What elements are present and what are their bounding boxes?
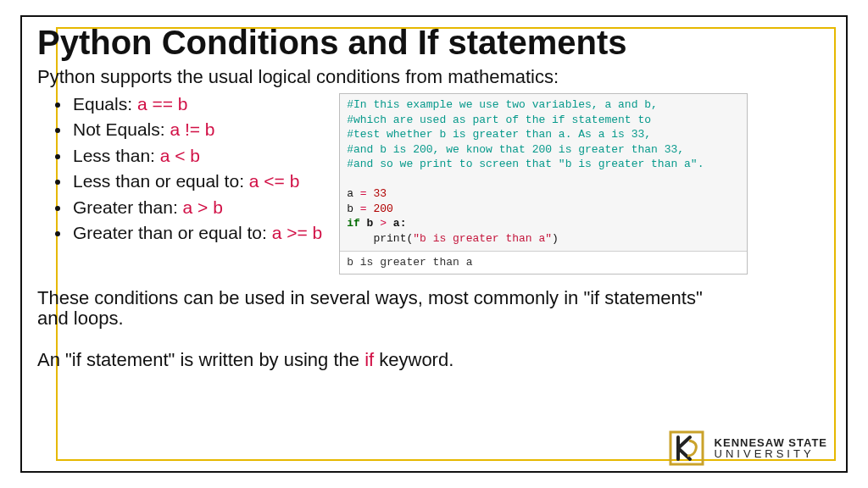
slide-content: Python Conditions and If statements Pyth… — [37, 24, 831, 464]
list-item: Greater than: a > b — [71, 195, 322, 220]
list-item: Less than: a < b — [71, 143, 322, 169]
university-logo: KENNESAW STATE UNIVERSITY — [667, 429, 827, 468]
code-keyword: if — [347, 217, 360, 230]
para2-part-b: keyword. — [374, 349, 453, 370]
list-item: Greater than or equal to: a >= b — [71, 220, 322, 246]
code-string: "b is greater than a" — [413, 232, 552, 245]
code-num: 33 — [373, 187, 387, 200]
code-indent — [347, 232, 373, 245]
bullet-label: Equals: — [73, 94, 137, 114]
logo-mark-icon — [667, 429, 706, 468]
paragraph-1: These conditions can be used in several … — [37, 288, 732, 329]
bullet-label: Greater than or equal to: — [73, 223, 272, 242]
intro-text: Python supports the usual logical condit… — [37, 66, 831, 88]
bullet-label: Less than or equal to: — [73, 171, 249, 191]
list-item: Equals: a == b — [71, 92, 322, 117]
code-var: a — [347, 187, 353, 200]
slide-title: Python Conditions and If statements — [37, 24, 831, 61]
code-paren: ) — [552, 232, 559, 245]
bullet-code: a == b — [137, 94, 188, 114]
code-example: #In this example we use two variables, a… — [339, 93, 748, 274]
if-keyword-highlight: if — [364, 349, 374, 370]
logo-text: KENNESAW STATE UNIVERSITY — [715, 437, 827, 459]
list-item: Not Equals: a != b — [71, 117, 322, 142]
bullet-code: a > b — [183, 197, 223, 217]
conditions-list: Equals: a == b Not Equals: a != b Less t… — [37, 92, 322, 247]
code-op: = — [353, 202, 373, 215]
code-op: = — [353, 187, 373, 200]
bullet-code: a != b — [170, 119, 214, 139]
bullet-label: Greater than: — [73, 197, 183, 217]
bullet-code: a <= b — [249, 171, 300, 191]
code-source: #In this example we use two variables, a… — [340, 94, 747, 251]
code-op: > — [380, 217, 387, 230]
code-func: print — [373, 232, 406, 245]
code-comment: #and b is 200, we know that 200 is great… — [347, 143, 684, 156]
code-num: 200 — [373, 202, 392, 215]
code-comment: #In this example we use two variables, a… — [347, 98, 658, 111]
paragraph-2: An "if statement" is written by using th… — [37, 349, 831, 371]
code-var: b — [347, 202, 353, 215]
code-output: b is greater than a — [340, 251, 747, 274]
bullet-code: a < b — [160, 146, 200, 165]
code-text: b — [360, 217, 380, 230]
code-comment: #and so we print to screen that "b is gr… — [347, 158, 704, 170]
code-text: a: — [387, 217, 406, 230]
code-comment: #which are used as part of the if statem… — [347, 114, 651, 126]
list-item: Less than or equal to: a <= b — [71, 169, 322, 194]
logo-line-2: UNIVERSITY — [715, 448, 827, 459]
bullet-code: a >= b — [272, 223, 323, 242]
two-column: Equals: a == b Not Equals: a != b Less t… — [37, 92, 831, 274]
bullet-label: Not Equals: — [73, 119, 170, 139]
para2-part-a: An "if statement" is written by using th… — [37, 349, 364, 370]
bullet-label: Less than: — [73, 146, 160, 165]
code-comment: #test whether b is greater than a. As a … — [347, 128, 651, 141]
svg-rect-0 — [670, 432, 703, 464]
